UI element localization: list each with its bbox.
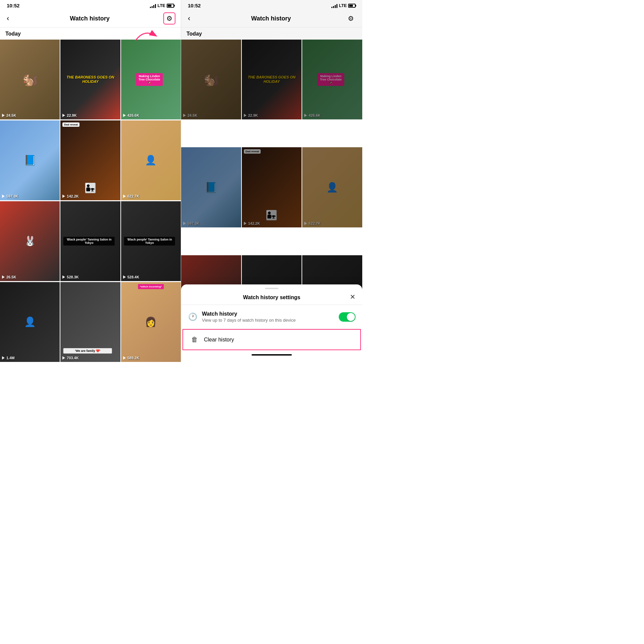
section-label-left: Today: [0, 28, 181, 40]
right-panel: 10:52 LTE ‹ Watch history ⚙ Today 🐿️24.5…: [181, 0, 362, 362]
nav-bar-right: ‹ Watch history ⚙: [181, 10, 362, 28]
overlay-family: 'We are family ❤️': [63, 348, 112, 354]
back-button-left[interactable]: ‹: [5, 13, 16, 24]
r-thumb-2: THE BARONESS GOES ON HOLIDAY22.9K: [242, 40, 302, 119]
battery-icon-right: [348, 4, 356, 8]
r-thumb-3: Making Linden Tree Chocolate 🍫426.6K: [302, 40, 362, 119]
home-indicator: [252, 354, 292, 356]
view-count-8: 528.3K: [62, 275, 78, 279]
sheet-title: Watch history settings: [243, 294, 301, 301]
overlay-baroness: THE BARONESS GOES ON HOLIDAY: [60, 40, 120, 119]
overlay-linden: Making Linden Tree Chocolate 🍫: [136, 73, 163, 86]
lte-label-left: LTE: [157, 3, 165, 8]
video-thumb-9[interactable]: 'Black people' Tanning Salon in Tokyo 52…: [121, 201, 181, 281]
watch-history-content: Watch history View up to 7 days of watch…: [202, 311, 334, 323]
view-count-4: 597.3K: [2, 194, 18, 198]
signal-icon: [150, 3, 156, 8]
view-count-12: 589.2K: [123, 356, 139, 360]
watch-history-label: Watch history: [202, 311, 334, 317]
status-icons-right: LTE: [331, 3, 356, 8]
view-count-1: 24.5K: [2, 113, 16, 117]
page-title-right: Watch history: [200, 15, 342, 22]
settings-button-left[interactable]: ⚙: [163, 12, 175, 24]
video-thumb-2[interactable]: THE BARONESS GOES ON HOLIDAY 22.9K: [60, 40, 120, 119]
back-button-right[interactable]: ‹: [186, 13, 197, 24]
video-thumb-1[interactable]: 🐿️ 24.5K: [0, 40, 60, 119]
view-count-5: 142.2K: [62, 194, 78, 198]
settings-button-right[interactable]: ⚙: [345, 12, 357, 24]
gear-icon-right: ⚙: [348, 14, 354, 22]
r-thumb-1: 🐿️24.5K: [181, 40, 241, 119]
watch-history-row: 🕐 Watch history View up to 7 days of wat…: [181, 305, 362, 329]
r-thumb-5: Dad reveal👨‍👧142.2K: [242, 147, 302, 227]
r-thumb-6: 👤622.7K: [302, 147, 362, 227]
nav-bar-left: ‹ Watch history ⚙: [0, 10, 181, 28]
view-count-7: 26.5K: [2, 275, 16, 279]
stitch-badge: *stitch incoming*: [138, 284, 164, 289]
view-count-3: 426.6K: [123, 113, 139, 117]
video-thumb-4[interactable]: 📘 597.3K: [0, 120, 60, 200]
view-count-6: 622.7K: [123, 194, 139, 198]
toggle-knob: [347, 313, 355, 321]
left-panel: 10:52 LTE ‹ Watch history ⚙: [0, 0, 181, 362]
time-left: 10:52: [7, 3, 19, 8]
watch-history-toggle[interactable]: [339, 312, 356, 322]
video-thumb-6[interactable]: 👤 622.7K: [121, 120, 181, 200]
dad-reveal-badge: Dad reveal: [62, 122, 79, 127]
lte-label-right: LTE: [339, 3, 347, 8]
overlay-black-people-1: 'Black people' Tanning Salon in Tokyo: [63, 237, 114, 246]
video-thumb-12[interactable]: *stitch incoming* 👩 589.2K: [121, 282, 181, 362]
bottom-sheet: Watch history settings ✕ 🕐 Watch history…: [181, 284, 362, 362]
r-thumb-4: 📘597.3K: [181, 147, 241, 227]
overlay-black-people-2: 'Black people' Tanning Salon in Tokyo: [124, 237, 175, 246]
video-thumb-11[interactable]: 'We are family ❤️' 703.4K: [60, 282, 120, 362]
clear-history-row[interactable]: 🗑 Clear history: [182, 329, 361, 350]
view-count-10: 1.4M: [2, 356, 14, 360]
status-icons-left: LTE: [150, 3, 174, 8]
view-count-9: 528.4K: [123, 275, 139, 279]
video-thumb-10[interactable]: 👤 1.4M: [0, 282, 60, 362]
video-thumb-7[interactable]: 🐰 26.5K: [0, 201, 60, 281]
signal-icon-right: [331, 3, 337, 8]
video-thumb-8[interactable]: 'Black people' Tanning Salon in Tokyo 52…: [60, 201, 120, 281]
view-count-11: 703.4K: [62, 356, 78, 360]
sheet-close-button[interactable]: ✕: [350, 293, 356, 301]
status-bar-right: 10:52 LTE: [181, 0, 362, 10]
video-grid-left: 🐿️ 24.5K THE BARONESS GOES ON HOLIDAY 22…: [0, 40, 181, 362]
sheet-header: Watch history settings ✕: [181, 289, 362, 305]
watch-history-sublabel: View up to 7 days of watch history on th…: [202, 318, 334, 323]
video-thumb-3[interactable]: Making Linden Tree Chocolate 🍫 426.6K: [121, 40, 181, 119]
battery-icon-left: [167, 4, 174, 8]
trash-icon: 🗑: [190, 336, 199, 343]
time-right: 10:52: [188, 3, 201, 8]
clear-history-label: Clear history: [204, 337, 234, 343]
status-bar-left: 10:52 LTE: [0, 0, 181, 10]
watch-history-icon: 🕐: [188, 313, 197, 321]
view-count-2: 22.9K: [62, 113, 76, 117]
video-thumb-5[interactable]: Dad reveal 👨‍👧 142.2K: [60, 120, 120, 200]
section-label-right: Today: [181, 28, 362, 40]
page-title-left: Watch history: [19, 15, 161, 22]
gear-icon-left: ⚙: [166, 14, 172, 22]
